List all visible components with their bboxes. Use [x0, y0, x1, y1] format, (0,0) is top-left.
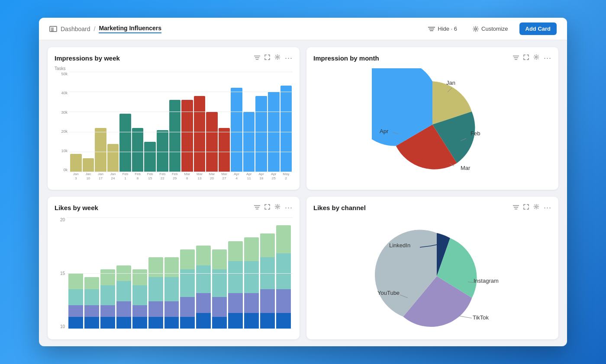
stacked-segment: [84, 317, 99, 329]
gear-icon: [473, 26, 479, 32]
hide-button[interactable]: Hide · 6: [424, 23, 461, 35]
likes-week-chart: 10 15 20: [55, 216, 293, 332]
x-label: Mar 27: [219, 172, 230, 182]
filter-icon[interactable]: [513, 54, 519, 62]
stacked-segment: [148, 257, 163, 277]
svg-text:Apr: Apr: [380, 128, 389, 134]
settings-icon[interactable]: [533, 204, 539, 211]
x-label: Apr 25: [268, 172, 280, 182]
stacked-segment: [100, 269, 115, 285]
customize-button[interactable]: Customize: [468, 23, 512, 35]
stacked-segment: [68, 317, 83, 329]
x-label: May 2: [280, 172, 292, 182]
more-icon[interactable]: ···: [544, 204, 551, 211]
hide-label: Hide · 6: [438, 26, 457, 32]
svg-point-23: [277, 206, 278, 208]
x-label: Feb 8: [132, 172, 144, 182]
stacked-segment: [244, 261, 259, 293]
svg-text:Feb: Feb: [471, 130, 480, 137]
stacked-segment: [228, 241, 243, 261]
customize-label: Customize: [481, 26, 508, 32]
card-header: Likes by week ···: [55, 204, 293, 211]
bar: [181, 100, 193, 172]
stacked-segment: [132, 317, 147, 329]
svg-text:Jan: Jan: [446, 80, 455, 86]
x-label: Mar 13: [194, 172, 206, 182]
stacked-segment: [132, 269, 147, 285]
x-label: Feb 29: [169, 172, 181, 182]
stacked-bar: [228, 217, 243, 329]
settings-icon[interactable]: [274, 54, 280, 62]
impressions-week-card: Impressions by week ··· Tasks: [48, 47, 300, 190]
bar: [83, 158, 94, 172]
card-actions: ···: [513, 54, 551, 62]
card-title: Likes by week: [55, 204, 98, 211]
stacked-segment: [100, 285, 115, 305]
svg-point-11: [535, 56, 537, 58]
add-card-button[interactable]: Add Card: [519, 22, 557, 35]
stacked-bar: [276, 217, 291, 329]
settings-icon[interactable]: [533, 54, 539, 62]
stacked-bar: [100, 217, 115, 329]
x-label: Feb 1: [119, 172, 131, 182]
stacked-segment: [68, 273, 83, 289]
stacked-segment: [180, 249, 195, 269]
stacked-segment: [196, 313, 211, 329]
stacked-segment: [84, 289, 99, 305]
stacked-segment: [180, 317, 195, 329]
stacked-segment: [276, 313, 291, 329]
stacked-segment: [164, 317, 179, 329]
more-icon[interactable]: ···: [544, 54, 551, 62]
stacked-segment: [196, 246, 211, 265]
x-label: Feb 15: [144, 172, 156, 182]
breadcrumb-parent[interactable]: Dashboard: [61, 26, 90, 32]
expand-icon[interactable]: [523, 204, 529, 211]
likes-channel-card: Likes by channel ···: [306, 197, 558, 339]
stacked-segment: [180, 269, 195, 297]
stacked-segment: [196, 293, 211, 313]
bar: [206, 112, 218, 172]
card-actions: ···: [254, 204, 293, 211]
bar: [280, 86, 292, 172]
card-header: Impressions by week ···: [55, 54, 293, 62]
header-actions: Hide · 6 Customize Add Card: [424, 22, 557, 35]
stacked-segment: [212, 317, 227, 329]
x-label: Jan 17: [95, 172, 106, 182]
header: Dashboard / Marketing Influencers Hide ·…: [39, 18, 567, 40]
expand-icon[interactable]: [264, 204, 270, 211]
breadcrumb-current: Marketing Influencers: [99, 25, 161, 33]
stacked-segment: [84, 305, 99, 317]
x-label: Jan 3: [70, 172, 82, 182]
filter-icon[interactable]: [513, 204, 519, 211]
stacked-bar: [180, 217, 195, 329]
bar: [144, 142, 156, 172]
stacked-bar: [148, 217, 163, 329]
stacked-segment: [212, 297, 227, 317]
stacked-segment: [276, 289, 291, 313]
card-header: Likes by channel ···: [313, 204, 551, 211]
more-icon[interactable]: ···: [285, 54, 293, 62]
stacked-bar: [244, 217, 259, 329]
expand-icon[interactable]: [523, 54, 529, 62]
more-icon[interactable]: ···: [285, 204, 293, 211]
x-label: Jan 24: [107, 172, 119, 182]
settings-icon[interactable]: [274, 204, 280, 211]
filter-icon[interactable]: [254, 54, 260, 62]
impressions-month-chart: Jan Feb Mar Apr: [313, 66, 551, 183]
expand-icon[interactable]: [264, 54, 270, 62]
bar: [194, 96, 206, 172]
stacked-segment: [84, 277, 99, 289]
filter-icon[interactable]: [254, 204, 260, 211]
card-title: Impression by month: [313, 54, 379, 62]
stacked-segment: [228, 293, 243, 313]
app-window: Dashboard / Marketing Influencers Hide ·…: [39, 18, 567, 346]
stacked-segment: [116, 317, 131, 329]
svg-text:Mar: Mar: [461, 165, 471, 171]
stacked-bar: [196, 217, 211, 329]
stacked-bar: [132, 217, 147, 329]
svg-text:Instagram: Instagram: [474, 278, 499, 284]
x-label: Apr 4: [231, 172, 242, 182]
stacked-segment: [148, 277, 163, 301]
stacked-segment: [164, 257, 179, 277]
stacked-segment: [100, 305, 115, 317]
